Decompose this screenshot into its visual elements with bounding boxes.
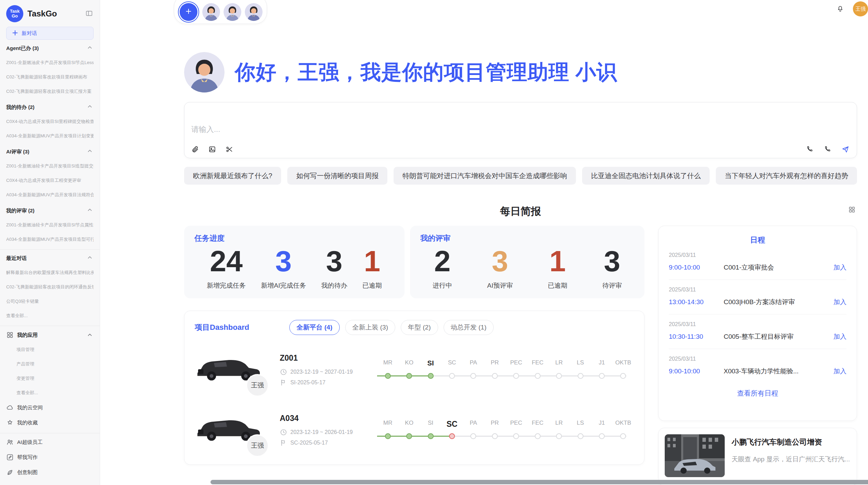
milestone-cell[interactable] <box>484 432 505 441</box>
milestone-cell[interactable] <box>506 432 527 441</box>
notification-bell-icon[interactable] <box>836 5 844 14</box>
milestone-cell[interactable] <box>463 372 484 381</box>
milestone-cell[interactable] <box>484 372 505 381</box>
sidebar-item[interactable]: Z001-全新燃油轻卡产品开发项目SI造型提交物评审 <box>6 159 94 173</box>
flag-icon <box>280 439 287 447</box>
dashboard-tab[interactable]: 全新上装 (3) <box>345 320 396 335</box>
scissors-icon[interactable] <box>226 146 233 153</box>
milestone-cell[interactable] <box>441 432 462 441</box>
new-chat-button[interactable]: 新对话 <box>6 27 94 40</box>
sidebar-item[interactable]: C0X4-动力总成开发项目工程变更评审 <box>6 173 94 188</box>
milestone-cell[interactable] <box>441 372 462 381</box>
milestone-cell[interactable] <box>570 432 591 441</box>
my-apps-sub-item[interactable]: 查看全部... <box>16 386 94 400</box>
suggestion-chip[interactable]: 当下年轻人对汽车外观有怎样的喜好趋势 <box>716 167 857 185</box>
milestone-cell[interactable] <box>420 372 441 381</box>
chat-input[interactable]: 请输入... <box>184 102 857 158</box>
horizontal-scrollbar[interactable] <box>210 480 868 484</box>
my-apps-sub-item[interactable]: 产品管理 <box>16 357 94 371</box>
suggestion-chip[interactable]: 比亚迪全固态电池计划具体说了什么 <box>582 167 710 185</box>
sidebar-item[interactable]: Z001-全新燃油轻卡产品开发项目SI节点属性5D文件评审 <box>6 218 94 232</box>
sidebar-item[interactable]: A034-全新新能源MUV产品开发项目造型可行性评审 <box>6 232 94 247</box>
sidebar-tool-feather[interactable]: 创意制图 <box>6 465 94 480</box>
sidebar-link-cloud[interactable]: 我的云空间 <box>6 400 94 415</box>
dashboard-tab[interactable]: 全新平台 (4) <box>289 320 340 335</box>
sidebar-item[interactable]: 解释最新出台的欧盟报废车法规再生塑料比例被调至15%... <box>6 265 94 280</box>
sidebar-item[interactable]: 公司Q3轻卡销量 <box>6 294 94 309</box>
suggestion-chip[interactable]: 特朗普可能对进口汽车增税会对中国车企造成哪些影响 <box>394 167 576 185</box>
stat-label: 我的待办 <box>321 281 347 290</box>
milestone-cell[interactable] <box>527 372 548 381</box>
join-link[interactable]: 加入 <box>833 367 846 376</box>
news-card[interactable]: 小鹏飞行汽车制造公司增资 天眼查 App 显示，近日广州汇天飞行汽... <box>658 428 857 485</box>
sidebar-item[interactable]: C02-飞腾新能源轻客改款项目里程碑画布 <box>6 70 94 84</box>
logo-text-1: Task <box>10 9 20 14</box>
suggestion-chip[interactable]: 如何写一份清晰的项目周报 <box>287 167 387 185</box>
milestone-cell[interactable] <box>463 432 484 441</box>
sidebar-item[interactable]: A034-全新新能源MUV产品开发项目法规符合性评审 <box>6 188 94 202</box>
my-apps-sub-item[interactable]: 项目管理 <box>16 343 94 357</box>
member-avatar[interactable] <box>224 3 241 21</box>
join-link[interactable]: 加入 <box>833 263 846 272</box>
sidebar-item[interactable]: Z001-全新燃油皮卡产品开发项目SI节点Lesson Learn报告 <box>6 55 94 70</box>
milestone-cell[interactable] <box>398 372 420 381</box>
sidebar-item[interactable]: A034-全新新能源MUV产品开发项目计划变更表编写 <box>6 129 94 143</box>
milestone-cell[interactable] <box>527 432 548 441</box>
milestone-cell[interactable] <box>570 372 591 381</box>
milestone-label: SI <box>420 420 441 430</box>
sidebar-section-header[interactable]: 我的待办 (2) <box>6 100 94 114</box>
milestone-cell[interactable] <box>506 372 527 381</box>
milestone-cell[interactable] <box>548 432 569 441</box>
chevron-up-icon[interactable] <box>86 44 94 53</box>
image-icon[interactable] <box>208 146 216 153</box>
milestone-cell[interactable] <box>591 372 612 381</box>
sidebar-link-star[interactable]: 我的收藏 <box>6 415 94 430</box>
sidebar-section-header[interactable]: AI评审 (3) <box>6 145 94 159</box>
sidebar-item[interactable]: C02-飞腾新能源轻客改款项目立项汇报方案 <box>6 84 94 99</box>
sidebar-item[interactable]: C02-飞腾新能源轻客改款项目的闭环通告反馈情况 <box>6 280 94 294</box>
project-car-image: 王强 <box>195 353 263 386</box>
sidebar-item[interactable]: C0X4-动力总成开发项目SI里程碑提交物检查 <box>6 114 94 129</box>
add-agent-button[interactable] <box>180 3 197 21</box>
send-icon[interactable] <box>842 146 849 153</box>
member-avatar[interactable] <box>245 3 263 21</box>
dashboard-tab[interactable]: 年型 (2) <box>401 320 438 335</box>
project-owner-badge: 王强 <box>246 434 269 457</box>
sidebar-tool-people[interactable]: AI超级员工 <box>6 435 94 450</box>
join-link[interactable]: 加入 <box>833 298 846 307</box>
milestone-cell[interactable] <box>591 432 612 441</box>
sidebar-collapse-icon[interactable] <box>85 10 93 18</box>
chevron-up-icon[interactable] <box>86 331 94 339</box>
user-avatar[interactable]: 王强 <box>853 1 868 16</box>
milestone-cell[interactable] <box>420 432 441 441</box>
phone-icon[interactable] <box>806 146 813 153</box>
join-link[interactable]: 加入 <box>833 332 846 341</box>
milestone-label: PA <box>463 420 484 430</box>
view-all-schedule-link[interactable]: 查看所有日程 <box>669 389 846 398</box>
milestone-cell[interactable] <box>613 372 634 381</box>
milestone-cell[interactable] <box>377 372 398 381</box>
sidebar-section-header[interactable]: 我的评审 (2) <box>6 203 94 218</box>
chevron-up-icon[interactable] <box>86 254 94 263</box>
member-avatar[interactable] <box>202 3 220 21</box>
suggestion-chip[interactable]: 欧洲新规最近颁布了什么? <box>184 167 281 185</box>
chevron-up-icon[interactable] <box>86 103 94 112</box>
sidebar-tool-pen[interactable]: 帮我写作 <box>6 450 94 465</box>
sidebar-item[interactable]: 查看全部... <box>6 309 94 323</box>
chevron-up-icon[interactable] <box>86 206 94 215</box>
milestone-cell[interactable] <box>398 432 420 441</box>
chevron-up-icon[interactable] <box>86 147 94 156</box>
milestone-cell[interactable] <box>613 432 634 441</box>
sidebar-section-header[interactable]: 最近对话 <box>6 251 94 265</box>
sidebar-section-header[interactable]: Agent已办 (3) <box>6 41 94 55</box>
milestone-cell[interactable] <box>377 432 398 441</box>
project-car-image: 王强 <box>195 414 263 447</box>
attachment-icon[interactable] <box>191 146 199 153</box>
microphone-icon[interactable] <box>824 146 831 153</box>
dashboard-tab[interactable]: 动总开发 (1) <box>444 320 494 335</box>
layout-grid-icon[interactable] <box>848 206 856 215</box>
sidebar-section-my-apps[interactable]: 我的应用 <box>6 327 94 343</box>
milestone-cell[interactable] <box>548 372 569 381</box>
my-apps-sub-item[interactable]: 变更管理 <box>16 371 94 386</box>
stat-value: 3 <box>261 246 306 276</box>
